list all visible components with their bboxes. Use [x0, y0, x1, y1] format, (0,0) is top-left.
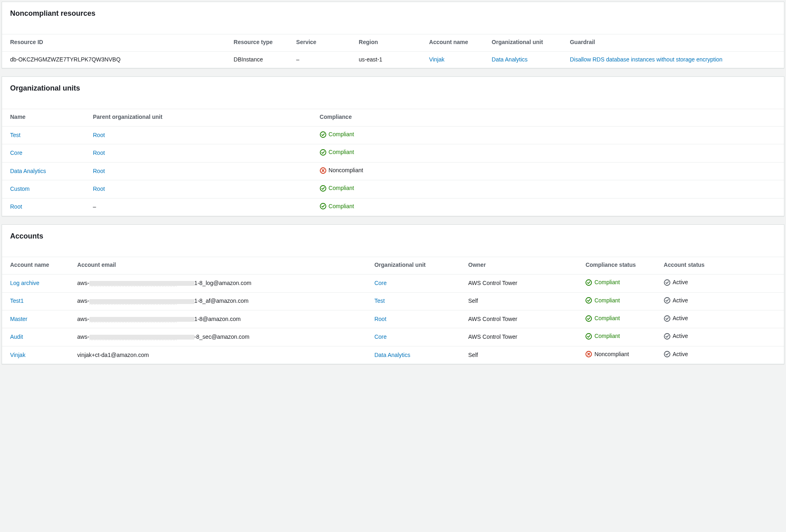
cell-org-unit: Root: [370, 310, 463, 328]
cell-compliance-status: Compliant: [581, 292, 659, 310]
cell-account-email: aws-xxxxxxxxxxxxxxxxxxxxxxxxxxxxxxx1-8_a…: [72, 292, 370, 310]
compliance-indicator: Compliant: [320, 203, 354, 211]
cell-org-unit: Core: [370, 274, 463, 292]
noncompliant-resources-table: Resource ID Resource type Service Region…: [2, 34, 784, 68]
cell-account-email: aws-xxxxxxxxxxxxxxxxxxxxxxxxxxxxxxx-8_se…: [72, 328, 370, 346]
parent-ou-link[interactable]: Root: [93, 186, 105, 192]
col-service[interactable]: Service: [292, 34, 354, 52]
col-resource-type[interactable]: Resource type: [229, 34, 292, 52]
cell-account-status: Active: [659, 292, 784, 310]
cell-compliance: Noncompliant: [315, 162, 784, 180]
check-circle-icon: [664, 333, 670, 340]
guardrail-link[interactable]: Disallow RDS database instances without …: [570, 56, 722, 63]
table-row: Auditaws-xxxxxxxxxxxxxxxxxxxxxxxxxxxxxxx…: [2, 328, 784, 346]
cell-parent: Root: [88, 144, 315, 162]
cell-owner: Self: [463, 346, 581, 364]
email-text: aws-: [77, 316, 89, 322]
email-text: vinjak+ct-da1@amazon.com: [77, 352, 149, 358]
cell-service: –: [292, 52, 354, 68]
status-indicator: Active: [664, 350, 688, 359]
check-circle-icon: [664, 315, 670, 322]
ou-link[interactable]: Custom: [10, 186, 30, 192]
col-owner[interactable]: Owner: [463, 257, 581, 274]
redacted-text: xxxxxxxxxxxxxxxxxxxxxxxxxxxxxxx: [89, 281, 194, 286]
org-unit-link[interactable]: Root: [374, 316, 387, 322]
col-compliance-status[interactable]: Compliance status: [581, 257, 659, 274]
compliance-indicator: Compliant: [320, 131, 354, 139]
compliance-indicator: Noncompliant: [320, 167, 363, 175]
ou-link[interactable]: Root: [10, 203, 22, 210]
org-unit-link[interactable]: Core: [374, 334, 387, 340]
col-account-email[interactable]: Account email: [72, 257, 370, 274]
check-circle-icon: [320, 149, 326, 156]
col-name[interactable]: Name: [2, 109, 88, 127]
col-org-unit[interactable]: Organizational unit: [487, 34, 565, 52]
col-guardrail[interactable]: Guardrail: [565, 34, 784, 52]
account-link[interactable]: Audit: [10, 334, 23, 340]
panel-title: Accounts: [10, 232, 776, 241]
cell-owner: AWS Control Tower: [463, 328, 581, 346]
col-region[interactable]: Region: [354, 34, 424, 52]
org-unit-link[interactable]: Data Analytics: [374, 352, 410, 358]
cell-account-name: Test1: [2, 292, 72, 310]
email-text: 1-8_log@amazon.com: [194, 280, 251, 286]
col-parent[interactable]: Parent organizational unit: [88, 109, 315, 127]
table-row: Test1aws-xxxxxxxxxxxxxxxxxxxxxxxxxxxxxxx…: [2, 292, 784, 310]
cell-name: Core: [2, 144, 88, 162]
email-text: aws-: [77, 334, 89, 340]
account-link[interactable]: Vinjak: [429, 56, 444, 63]
cell-parent: Root: [88, 126, 315, 144]
cell-account-status: Active: [659, 328, 784, 346]
cell-account-status: Active: [659, 274, 784, 292]
check-circle-icon: [320, 203, 326, 209]
parent-ou-link[interactable]: Root: [93, 168, 105, 174]
table-row: Data AnalyticsRootNoncompliant: [2, 162, 784, 180]
col-account-name[interactable]: Account name: [2, 257, 72, 274]
ou-link[interactable]: Core: [10, 150, 22, 156]
col-account-status[interactable]: Account status: [659, 257, 784, 274]
parent-ou-link[interactable]: Root: [93, 150, 105, 156]
cell-name: Data Analytics: [2, 162, 88, 180]
check-circle-icon: [585, 333, 592, 340]
cell-account-status: Active: [659, 346, 784, 364]
compliance-indicator: Compliant: [585, 315, 620, 323]
col-resource-id[interactable]: Resource ID: [2, 34, 229, 52]
table-row: TestRootCompliant: [2, 126, 784, 144]
col-compliance[interactable]: Compliance: [315, 109, 784, 127]
compliance-label: Compliant: [329, 131, 354, 139]
email-text: -8_sec@amazon.com: [194, 334, 249, 340]
cell-org-unit: Core: [370, 328, 463, 346]
cell-region: us-east-1: [354, 52, 424, 68]
cell-account-email: aws-xxxxxxxxxxxxxxxxxxxxxxxxxxxxxxx1-8@a…: [72, 310, 370, 328]
compliance-label: Compliant: [594, 315, 620, 323]
col-org-unit[interactable]: Organizational unit: [370, 257, 463, 274]
check-circle-icon: [320, 185, 326, 192]
cell-parent: –: [88, 198, 315, 216]
noncompliant-resources-panel: Noncompliant resources Resource ID Resou…: [2, 2, 784, 68]
redacted-text: xxxxxxxxxxxxxxxxxxxxxxxxxxxxxxx: [89, 299, 194, 304]
compliance-label: Compliant: [329, 184, 354, 192]
parent-ou-link[interactable]: Root: [93, 132, 105, 138]
account-link[interactable]: Master: [10, 316, 27, 322]
cell-parent-text: –: [93, 203, 96, 210]
ou-link[interactable]: Data Analytics: [10, 168, 46, 174]
compliance-indicator: Noncompliant: [585, 350, 629, 359]
account-link[interactable]: Test1: [10, 298, 23, 304]
ou-link[interactable]: Test: [10, 132, 21, 138]
email-text: aws-: [77, 298, 89, 304]
org-unit-link[interactable]: Test: [374, 298, 385, 304]
x-circle-icon: [585, 351, 592, 357]
status-label: Active: [673, 332, 688, 340]
compliance-label: Compliant: [329, 148, 354, 156]
col-account-name[interactable]: Account name: [424, 34, 487, 52]
org-unit-link[interactable]: Data Analytics: [492, 56, 528, 63]
cell-org-unit: Data Analytics: [487, 52, 565, 68]
organizational-units-table: Name Parent organizational unit Complian…: [2, 109, 784, 216]
status-indicator: Active: [664, 297, 688, 305]
org-unit-link[interactable]: Core: [374, 280, 387, 286]
cell-compliance: Compliant: [315, 198, 784, 216]
account-link[interactable]: Vinjak: [10, 352, 25, 358]
cell-account-name: Master: [2, 310, 72, 328]
cell-account-name: Vinjak: [424, 52, 487, 68]
account-link[interactable]: Log archive: [10, 280, 39, 286]
